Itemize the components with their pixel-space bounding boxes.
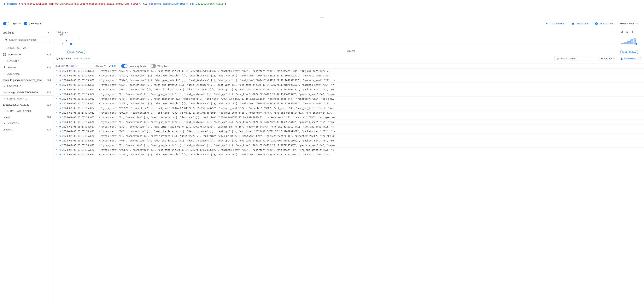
sort-dropdown-icon[interactable] (86, 65, 88, 67)
range-start-chip[interactable]: Feb 5, 2:57 AM (67, 50, 85, 54)
query-text[interactable]: logName:("projects/qwiklabs-gcp-00-2e76b… (7, 0, 226, 8)
next-range-button[interactable] (634, 39, 637, 43)
log-row[interactable]: 2024-02-05 03:57:15.062{"bytes_sent":"43… (54, 101, 644, 106)
zoom-in-icon[interactable] (626, 30, 629, 34)
expand-row-icon[interactable] (55, 79, 58, 82)
histogram-track[interactable] (71, 34, 636, 44)
expand-row-icon[interactable] (55, 134, 58, 138)
create-alert-button[interactable]: Create alert (569, 21, 590, 26)
expand-row-icon[interactable] (55, 83, 58, 87)
expand-row-icon[interactable] (55, 88, 58, 91)
wrap-lines-toggle[interactable]: Wrap lines (150, 64, 169, 68)
expand-row-icon[interactable] (55, 97, 58, 100)
section-header[interactable]: SUBNETWORK ID (0, 96, 54, 102)
timezone-badge[interactable]: IST (70, 65, 77, 67)
log-row[interactable]: 2024-02-05 03:57:16.620{"bytes_sent":"0"… (54, 143, 644, 148)
histogram-bar[interactable] (624, 42, 627, 44)
expand-row-icon[interactable] (55, 125, 58, 128)
log-row[interactable]: 2024-02-05 03:57:15.062{"bytes_sent":"14… (54, 97, 644, 101)
log-row[interactable]: 2024-02-05 03:57:16.620{"bytes_sent":"46… (54, 138, 644, 143)
expand-vertical-icon[interactable] (631, 30, 634, 34)
sort-asc-icon[interactable] (78, 65, 80, 67)
histogram-bar[interactable] (630, 40, 633, 44)
log-row[interactable]: 2024-02-05 03:57:16.620{"bytes_sent":"83… (54, 124, 644, 129)
expand-row-icon[interactable] (55, 102, 58, 105)
prev-range-button[interactable] (64, 39, 68, 43)
search-field[interactable] (9, 38, 49, 41)
facet-item[interactable]: 1321292905877716137324 (0, 102, 54, 108)
log-row[interactable]: 2024-02-05 03:57:15.062{"bytes_sent":"82… (54, 106, 644, 111)
histogram-bar[interactable] (627, 42, 630, 44)
correlate-by-button[interactable]: Correlate by (596, 56, 617, 61)
facet-item[interactable]: qwiklabs-gcp-00-2e76b685af56324 (0, 89, 54, 95)
log-row[interactable]: 2024-02-05 03:57:16.620{"bytes_sent":"0"… (54, 120, 644, 124)
facet-item[interactable]: compute.googleapis.com/vpc_flows324 (0, 77, 54, 83)
create-metric-button[interactable]: Create metric (544, 21, 567, 26)
range-handle-start[interactable] (70, 43, 72, 45)
log-row[interactable]: 2024-02-05 03:57:15.062{"bytes_sent":"0"… (54, 115, 644, 120)
facet-item[interactable]: Default324 (0, 64, 54, 71)
log-fields-toggle[interactable]: Log fields (3, 22, 21, 25)
expand-row-icon[interactable] (55, 116, 58, 119)
facet-item[interactable]: us-west1324 (0, 127, 54, 133)
log-row[interactable]: 2024-02-05 03:57:16.620{"bytes_sent":"19… (54, 148, 644, 152)
edit-button[interactable]: Edit (109, 65, 116, 67)
range-handle-end[interactable] (636, 43, 638, 45)
collapse-expand-icon[interactable] (48, 31, 51, 35)
more-actions-button[interactable]: More actions (618, 21, 641, 26)
section-header[interactable]: SUBNETWORK NAME (0, 108, 54, 114)
fullscreen-icon[interactable] (638, 57, 641, 60)
log-row[interactable]: 2024-02-05 03:57:13.660{"bytes_sent":"10… (54, 87, 644, 92)
summary-fields-toggle[interactable]: Summary fields (121, 64, 146, 68)
jump-to-now-button[interactable]: Jump to now (593, 21, 616, 26)
expand-row-icon[interactable] (55, 139, 58, 142)
expand-row-icon[interactable] (55, 153, 58, 156)
facet-item[interactable]: default324 (0, 114, 54, 120)
log-row[interactable]: 2024-02-05 03:57:16.620{"bytes_sent":"11… (54, 152, 644, 157)
col-summary[interactable]: SUMMARY (95, 65, 106, 67)
log-row[interactable]: 2024-02-05 03:57:13.660{"bytes_sent":"96… (54, 83, 644, 87)
log-timestamp: 2024-02-05 03:57:15.062 (62, 116, 99, 119)
expand-row-icon[interactable] (55, 120, 58, 124)
range-end-chip[interactable]: Feb 5, 3:58 AM (620, 50, 638, 54)
severity-icon (58, 74, 62, 77)
log-row[interactable]: 2024-02-05 03:57:15.062{"bytes_sent":"10… (54, 111, 644, 115)
section-header[interactable]: LOCATION (0, 120, 54, 127)
col-severity[interactable]: SEVERITY (55, 65, 63, 67)
section-header[interactable]: LOG NAME (0, 71, 54, 77)
expand-row-icon[interactable] (55, 74, 58, 77)
severity-icon (58, 130, 62, 133)
expand-row-icon[interactable] (55, 111, 58, 114)
resize-handle[interactable] (320, 18, 324, 18)
section-header[interactable]: PROJECT ID (0, 83, 54, 89)
expand-row-icon[interactable] (55, 93, 58, 96)
section-header[interactable]: RESOURCE TYPE (0, 45, 54, 51)
log-row[interactable]: 2024-02-05 03:57:16.620{"bytes_sent":"14… (54, 129, 644, 134)
log-timestamp: 2024-02-05 03:57:13.660 (62, 84, 99, 86)
histogram-toggle[interactable]: Histogram (24, 22, 42, 25)
severity-icon (58, 153, 62, 156)
expand-row-icon[interactable] (55, 148, 58, 152)
expand-row-icon[interactable] (55, 106, 58, 110)
query-bar[interactable]: 1 logName:("projects/qwiklabs-gcp-00-2e7… (0, 0, 644, 19)
log-row[interactable]: 2024-02-05 03:57:15.062{"bytes_sent":"0"… (54, 92, 644, 97)
section-header[interactable]: SEVERITY (0, 58, 54, 64)
expand-row-icon[interactable] (55, 130, 58, 133)
log-row[interactable]: 2024-02-05 03:57:13.660{"bytes_sent":"13… (54, 78, 644, 83)
log-summary: {"bytes_sent":"0", "connection":{…}, "de… (99, 121, 641, 123)
expand-row-icon[interactable] (55, 69, 58, 73)
facet-item[interactable]: Subnetwork324 (0, 51, 54, 58)
log-timestamp: 2024-02-05 03:57:13.660 (62, 74, 99, 77)
find-in-results[interactable]: Find in results (554, 56, 593, 61)
log-row[interactable]: 2024-02-05 03:57:13.660{"bytes_sent":"16… (54, 69, 644, 73)
expand-row-icon[interactable] (55, 144, 58, 147)
col-time[interactable]: TIME IST (64, 65, 93, 67)
zoom-out-icon[interactable] (620, 30, 624, 34)
log-rows[interactable]: 2024-02-05 03:57:13.660{"bytes_sent":"16… (54, 69, 644, 305)
log-row[interactable]: 2024-02-05 03:57:13.660{"bytes_sent":"17… (54, 73, 644, 78)
histogram-bar[interactable] (621, 43, 624, 44)
download-button[interactable]: Download (620, 57, 636, 60)
results-title: Query results (56, 57, 71, 60)
log-row[interactable]: 2024-02-05 03:57:16.620{"bytes_sent":"0"… (54, 134, 644, 138)
search-input[interactable] (3, 37, 51, 43)
